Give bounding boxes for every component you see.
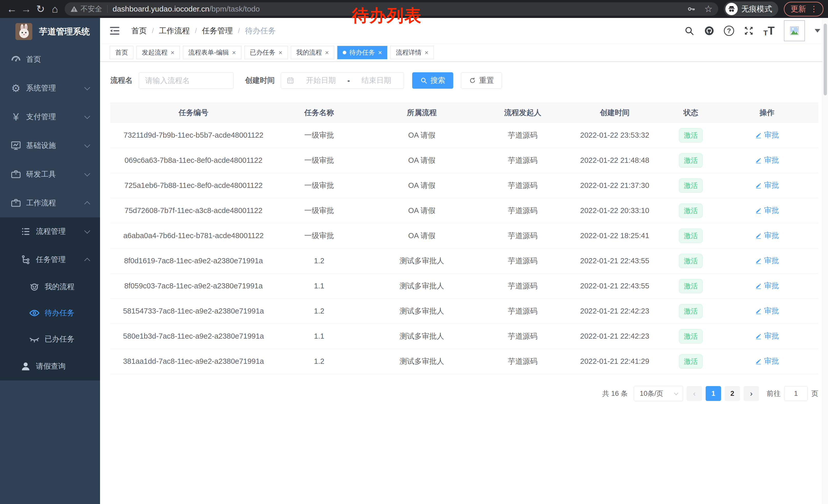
approve-link[interactable]: 审批 (755, 130, 779, 140)
close-icon[interactable]: × (325, 49, 329, 56)
cell-task-name: 一级审批 (277, 123, 362, 148)
pencil-icon (755, 358, 762, 365)
sidebar-item-leave-query[interactable]: 请假查询 (0, 352, 100, 380)
tab-process-detail[interactable]: 流程详情× (390, 46, 434, 59)
chevron-up-icon (84, 258, 90, 264)
breadcrumb-home[interactable]: 首页 (131, 26, 147, 36)
font-size-icon[interactable]: TT (763, 25, 775, 37)
tab-home[interactable]: 首页 (110, 46, 133, 59)
tab-my-process[interactable]: 我的流程× (291, 46, 334, 59)
bookmark-star-icon[interactable]: ☆ (704, 4, 713, 13)
page-button-2[interactable]: 2 (724, 386, 740, 401)
sidebar-item-dev-tools[interactable]: 研发工具 (0, 160, 100, 189)
cell-task-name: 1.1 (277, 324, 362, 349)
approve-link[interactable]: 审批 (755, 205, 779, 216)
status-badge: 激活 (679, 128, 703, 142)
sidebar-item-todo-tasks[interactable]: 待办任务 (0, 300, 100, 326)
pencil-icon (755, 332, 762, 340)
page-button-1[interactable]: 1 (706, 386, 721, 401)
approve-link[interactable]: 审批 (755, 356, 779, 366)
sidebar-item-payment[interactable]: ¥ 支付管理 (0, 102, 100, 131)
sidebar-item-label: 研发工具 (26, 169, 56, 179)
approve-link[interactable]: 审批 (755, 256, 779, 266)
cell-process: OA 请假 (362, 173, 482, 198)
github-icon[interactable] (704, 26, 715, 36)
approve-link[interactable]: 审批 (755, 306, 779, 316)
user-icon (20, 361, 31, 372)
breadcrumb-task-management[interactable]: 任务管理 (202, 26, 233, 36)
security-label[interactable]: 不安全 (81, 4, 102, 14)
close-icon[interactable]: × (232, 49, 236, 56)
sidebar-item-home[interactable]: 首页 (0, 45, 100, 74)
cell-starter: 芋道源码 (482, 198, 563, 223)
range-separator: - (347, 77, 350, 85)
scrollbar-thumb[interactable] (824, 24, 827, 95)
search-button[interactable]: 搜索 (412, 72, 453, 89)
tab-process-form-edit[interactable]: 流程表单-编辑× (183, 46, 241, 59)
sidebar-item-task-management[interactable]: 任务管理 (0, 245, 100, 274)
table-row: 8f059c03-7ac8-11ec-a9e2-a2380e71991a 1.1… (110, 274, 818, 299)
sidebar-item-system[interactable]: ⚙ 系统管理 (0, 74, 100, 102)
tab-todo-tasks[interactable]: 待办任务× (337, 46, 387, 59)
url-bar[interactable]: 不安全 dashboard.yudao.iocoder.cn/bpm/task/… (65, 2, 718, 16)
table-row: 725a1eb6-7b88-11ec-8ef0-acde48001122 一级审… (110, 173, 818, 198)
process-name-input[interactable] (139, 72, 234, 89)
sidebar-item-workflow[interactable]: 工作流程 (0, 189, 100, 217)
approve-link[interactable]: 审批 (755, 230, 779, 241)
reload-icon[interactable]: ↻ (33, 0, 48, 18)
incognito-label: 无痕模式 (741, 4, 772, 14)
sidebar-item-my-process[interactable]: 我的流程 (0, 274, 100, 300)
status-badge: 激活 (679, 153, 703, 168)
page-size-select[interactable]: 10条/页 (634, 386, 683, 401)
fullscreen-icon[interactable] (743, 26, 754, 36)
navbar-actions: ? TT (684, 20, 820, 41)
close-icon[interactable]: × (171, 49, 174, 56)
cell-task-id: 58154733-7ac8-11ec-a9e2-a2380e71991a (110, 299, 277, 324)
cell-create-time: 2022-01-21 22:43:55 (563, 274, 666, 299)
approve-link[interactable]: 审批 (755, 155, 779, 165)
back-icon[interactable]: ← (5, 0, 19, 18)
avatar[interactable] (784, 20, 805, 41)
sidebar-item-label: 请假查询 (36, 361, 66, 371)
search-icon (420, 77, 427, 84)
update-chrome-button[interactable]: 更新 ⋮ (784, 2, 823, 16)
col-status: 状态 (666, 103, 716, 123)
avatar-dropdown-caret[interactable] (815, 29, 820, 33)
approve-link[interactable]: 审批 (755, 180, 779, 190)
date-range-picker[interactable]: 开始日期 - 结束日期 (281, 72, 404, 89)
close-icon[interactable]: × (424, 49, 428, 56)
close-icon[interactable]: × (279, 49, 282, 56)
approve-link[interactable]: 审批 (755, 281, 779, 291)
cell-process: OA 请假 (362, 148, 482, 173)
breadcrumb-workflow[interactable]: 工作流程 (159, 26, 190, 36)
goto-page-input[interactable] (784, 386, 808, 401)
search-icon[interactable] (684, 26, 695, 36)
home-icon[interactable]: ⌂ (48, 0, 62, 18)
help-icon[interactable]: ? (724, 26, 734, 36)
sidebar-item-process-management[interactable]: 流程管理 (0, 217, 100, 245)
eye-icon (29, 307, 40, 319)
next-page-button[interactable]: › (744, 386, 759, 401)
main-area: 首页 / 工作流程 / 任务管理 / 待办任务 ? TT (100, 18, 828, 504)
sidebar-item-infrastructure[interactable]: 基础设施 (0, 131, 100, 160)
cell-starter: 芋道源码 (482, 173, 563, 198)
forward-icon[interactable]: → (19, 0, 33, 18)
prev-page-button[interactable]: ‹ (687, 386, 702, 401)
approve-label: 审批 (764, 155, 779, 165)
reset-button[interactable]: 重置 (461, 72, 502, 89)
tab-done-tasks[interactable]: 已办任务× (244, 46, 288, 59)
pencil-icon (755, 232, 762, 239)
pencil-icon (755, 307, 762, 315)
cell-process: 测试多审批人 (362, 299, 482, 324)
incognito-badge: 无痕模式 (724, 2, 778, 16)
browser-menu-icon[interactable]: ⋮ (810, 5, 818, 13)
approve-link[interactable]: 审批 (755, 331, 779, 341)
close-icon[interactable]: × (378, 49, 382, 56)
approve-label: 审批 (764, 356, 779, 366)
sidebar-item-done-tasks[interactable]: 已办任务 (0, 326, 100, 352)
task-table: 任务编号 任务名称 所属流程 流程发起人 创建时间 状态 操作 73211d9d… (110, 102, 818, 374)
password-key-icon[interactable] (687, 5, 696, 13)
collapse-sidebar-icon[interactable] (109, 25, 121, 37)
page-unit-label: 页 (811, 389, 818, 398)
tab-start-process[interactable]: 发起流程× (136, 46, 180, 59)
